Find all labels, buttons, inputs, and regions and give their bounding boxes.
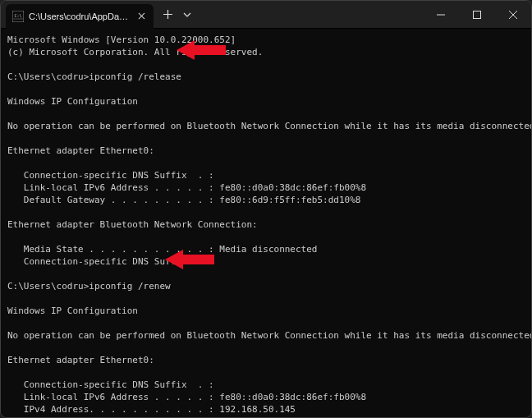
new-tab-button[interactable] xyxy=(157,4,178,25)
terminal-line: C:\Users\codru>ipconfig /release xyxy=(7,71,525,83)
terminal-line xyxy=(7,108,525,120)
terminal-line xyxy=(7,317,525,329)
svg-rect-2 xyxy=(474,11,481,18)
terminal-line: Connection-specific DNS Suffix . : xyxy=(7,379,525,391)
minimize-button[interactable] xyxy=(423,1,459,29)
terminal-line: IPv4 Address. . . . . . . . . . . : 192.… xyxy=(7,403,525,416)
terminal-line xyxy=(7,231,525,243)
terminal-line: Subnet Mask . . . . . . . . . . . : 255.… xyxy=(7,416,525,417)
terminal-line: Ethernet adapter Bluetooth Network Conne… xyxy=(7,218,525,231)
tab-dropdown-button[interactable] xyxy=(178,4,196,25)
terminal-line: Media State . . . . . . . . . . . : Medi… xyxy=(7,243,525,255)
terminal-line: Ethernet adapter Ethernet0: xyxy=(7,354,525,366)
terminal-line xyxy=(7,292,525,305)
terminal-line xyxy=(7,206,525,218)
terminal-line: C:\Users\codru>ipconfig /renew xyxy=(7,280,525,292)
terminal-line xyxy=(7,157,525,169)
terminal-line xyxy=(7,132,525,145)
terminal-line: Default Gateway . . . . . . . . . : fe80… xyxy=(7,194,525,206)
terminal-line: Windows IP Configuration xyxy=(7,305,525,317)
terminal-line xyxy=(7,58,525,71)
tab-active[interactable]: C:\ C:\Users\codru\AppData\Roa xyxy=(6,4,154,29)
cmd-icon: C:\ xyxy=(12,11,24,22)
terminal-line: Connection-specific DNS Suffix . : xyxy=(7,169,525,181)
terminal-line: Ethernet adapter Ethernet0: xyxy=(7,145,525,157)
terminal-line xyxy=(7,268,525,280)
close-window-button[interactable] xyxy=(495,1,531,29)
tab-close-button[interactable] xyxy=(135,11,147,22)
maximize-button[interactable] xyxy=(459,1,495,29)
tab-title: C:\Users\codru\AppData\Roa xyxy=(29,11,131,21)
terminal-line xyxy=(7,342,525,354)
terminal-line: Link-local IPv6 Address . . . . . : fe80… xyxy=(7,181,525,194)
terminal-line: Microsoft Windows [Version 10.0.22000.65… xyxy=(7,34,525,46)
terminal-line: Windows IP Configuration xyxy=(7,95,525,108)
terminal-line: (c) Microsoft Corporation. All rights re… xyxy=(7,46,525,58)
terminal-output[interactable]: Microsoft Windows [Version 10.0.22000.65… xyxy=(1,29,531,417)
terminal-line: Link-local IPv6 Address . . . . . : fe80… xyxy=(7,391,525,403)
terminal-line: No operation can be performed on Bluetoo… xyxy=(7,329,525,342)
terminal-line xyxy=(7,366,525,379)
titlebar: C:\ C:\Users\codru\AppData\Roa xyxy=(1,1,531,29)
terminal-line: No operation can be performed on Bluetoo… xyxy=(7,120,525,132)
terminal-line xyxy=(7,83,525,95)
terminal-line: Connection-specific DNS Suffix . : xyxy=(7,255,525,268)
svg-text:C:\: C:\ xyxy=(15,13,22,18)
